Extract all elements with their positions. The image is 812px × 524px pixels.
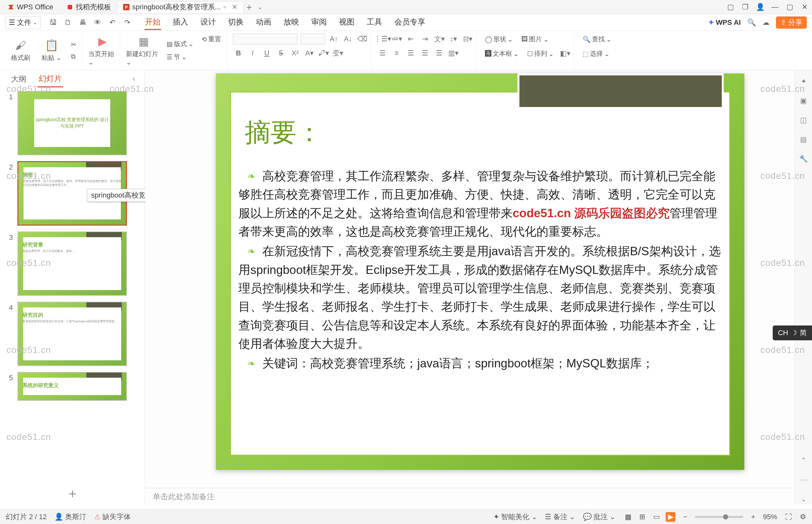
style-icon[interactable]: ▣ (798, 95, 809, 107)
missing-font[interactable]: ⚠缺失字体 (94, 512, 131, 522)
wps-ai-button[interactable]: ✦ WPS AI (708, 18, 741, 27)
find-button[interactable]: 🔍查找 ⌄ (580, 33, 614, 45)
indent-right-icon[interactable]: ⇥ (419, 33, 430, 45)
thumb-row-5[interactable]: 5 系统的研究意义 (4, 372, 140, 401)
sorter-view-icon[interactable]: ⊞ (637, 512, 647, 522)
tab-dropdown-icon[interactable]: ⌄ (254, 3, 266, 11)
slide-body[interactable]: 高校竞赛管理，其工作流程繁杂、多样、管理复杂与设备维护繁琐。而计算机已完全能够胜… (238, 167, 725, 374)
close-window-button[interactable]: ✕ (797, 3, 812, 11)
bold-icon[interactable]: B (233, 48, 244, 59)
distribute-icon[interactable]: ☰ (434, 48, 445, 59)
new-tab-button[interactable]: ＋ (244, 1, 254, 13)
copy-button[interactable]: ⧉ (68, 52, 79, 62)
app-tab-wps[interactable]: WPS Office (2, 1, 59, 13)
close-tab-icon[interactable]: ✕ (232, 3, 237, 11)
italic-icon[interactable]: I (247, 48, 258, 59)
author-info[interactable]: 👤奥斯汀 (54, 512, 86, 522)
tab-start[interactable]: 开始 (144, 15, 161, 30)
preview-icon[interactable]: 👁 (94, 18, 102, 27)
zoom-knob[interactable] (723, 514, 728, 520)
thumbnail[interactable]: 研究背景 高校竞赛管理，其工作流程繁杂、多样… (17, 231, 127, 296)
search-icon[interactable]: 🔍 (747, 18, 756, 27)
expand-down-icon[interactable]: ⌄ (798, 494, 809, 505)
document-tab[interactable]: P springboot高校竞赛管理系... ▫ ✕ (117, 1, 244, 13)
section-button[interactable]: ☰节 ⌄ (164, 52, 196, 63)
highlight-icon[interactable]: 🖍▾ (318, 48, 329, 59)
underline-icon[interactable]: U (261, 48, 272, 59)
align-center-icon[interactable]: ≡ (391, 48, 402, 59)
tab-view[interactable]: 视图 (338, 15, 355, 30)
ime-indicator[interactable]: CH ☽ 简 (773, 326, 812, 340)
fit-screen-icon[interactable]: ⛶ (785, 513, 792, 521)
fill-color-icon[interactable]: ◧▾ (560, 48, 571, 59)
format-painter-button[interactable]: 🖌 格式刷 (6, 39, 35, 62)
minimize-button[interactable]: — (767, 3, 782, 11)
ai-sparkle-icon[interactable]: ✦ (798, 76, 809, 87)
tab-transition[interactable]: 切换 (228, 15, 244, 30)
font-size-input[interactable] (301, 33, 325, 45)
clear-format-icon[interactable]: ⌫ (357, 33, 368, 45)
zoom-out-button[interactable]: − (683, 513, 687, 521)
thumb-row-1[interactable]: 1 springboot高校 竞赛管理系统的 设计与实现 PPT (4, 91, 140, 155)
tab-animation[interactable]: 动画 (255, 15, 272, 30)
thumb-row-4[interactable]: 4 研究目的 本系统的研究目标是设计并实现一个基于springboot的高校竞赛… (4, 301, 140, 366)
notes-toggle[interactable]: ☰备注 ⌄ (545, 512, 575, 522)
collapse-panel-icon[interactable]: ‹ (133, 75, 135, 83)
expand-up-icon[interactable]: ⌃ (798, 455, 809, 466)
cloud-upload-icon[interactable]: ☁ (762, 18, 769, 27)
thumbnail[interactable]: springboot高校 竞赛管理系统的 设计与实现 PPT (17, 91, 127, 155)
normal-view-icon[interactable]: ▦ (623, 512, 633, 522)
line-spacing-icon[interactable]: ↕▾ (448, 33, 459, 45)
slide[interactable]: 摘要： 高校竞赛管理，其工作流程繁杂、多样、管理复杂与设备维护繁琐。而计算机已完… (216, 73, 744, 470)
more-icon[interactable]: ⋯ (798, 474, 809, 485)
columns-icon[interactable]: ▥▾ (448, 48, 459, 59)
tool-icon[interactable]: 🔧 (798, 153, 809, 164)
avatar-icon[interactable]: 👤 (753, 3, 767, 11)
shape-button[interactable]: ◯形状 ⌄ (482, 33, 516, 45)
thumbnail[interactable]: 系统的研究意义 (17, 372, 127, 401)
align-right-icon[interactable]: ☰ (405, 48, 416, 59)
zoom-slider[interactable] (695, 516, 743, 518)
indent-left-icon[interactable]: ⇤ (405, 33, 416, 45)
font-family-input[interactable] (233, 33, 297, 45)
align-left-icon[interactable]: ☰ (377, 48, 388, 59)
maximize-button[interactable]: ▢ (782, 3, 797, 11)
tab-design[interactable]: 设计 (200, 15, 217, 30)
tab-review[interactable]: 审阅 (311, 15, 327, 30)
new-slide-button[interactable]: ▦ 新建幻灯片 ⌄ (126, 35, 162, 66)
arrange-button[interactable]: ☐排列 ⌄ (525, 48, 557, 59)
thumbnail[interactable]: 研究目的 本系统的研究目标是设计并实现一个基于springboot的高校竞赛管理… (17, 301, 127, 366)
reading-view-icon[interactable]: ▭ (651, 512, 661, 522)
slide-title[interactable]: 摘要： (245, 115, 322, 150)
decrease-font-icon[interactable]: A↓ (343, 33, 353, 45)
tab-member[interactable]: 会员专享 (394, 15, 426, 30)
save-icon[interactable]: 🖫 (49, 18, 57, 27)
from-current-button[interactable]: ▶ 当页开始 ⌄ (88, 35, 117, 66)
outline-tab[interactable]: 大纲 (10, 71, 28, 87)
cube-icon[interactable]: ❒ (738, 3, 753, 11)
undo-icon[interactable]: ↶ (108, 18, 117, 27)
slideshow-view-icon[interactable]: ▶ (666, 512, 675, 522)
share-button[interactable]: ⇪ 分享 (776, 16, 807, 29)
object-icon[interactable]: ◫ (798, 115, 809, 126)
layout-button[interactable]: ▤版式 ⌄ (164, 38, 196, 50)
increase-font-icon[interactable]: A↑ (328, 33, 339, 45)
zoom-value[interactable]: 95% (763, 513, 777, 521)
print-icon[interactable]: 🖶 (79, 18, 87, 27)
comments-toggle[interactable]: 💬批注 ⌄ (583, 512, 615, 522)
notes-bar[interactable]: 单击此处添加备注 (145, 488, 795, 505)
align-text-icon[interactable]: ⊟▾ (462, 33, 473, 45)
canvas-scroll[interactable]: 摘要： 高校竞赛管理，其工作流程繁杂、多样、管理复杂与设备维护繁琐。而计算机已完… (145, 70, 795, 488)
file-menu[interactable]: ☰ 文件 ⌄ (5, 16, 40, 29)
paste-button[interactable]: 📋 粘贴 ⌄ (37, 39, 66, 62)
redo-icon[interactable]: ↷ (123, 18, 131, 27)
picture-button[interactable]: 🖼图片 ⌄ (519, 33, 551, 45)
superscript-icon[interactable]: X² (290, 48, 301, 59)
slides-tab[interactable]: 幻灯片 (37, 71, 63, 87)
text-direction-icon[interactable]: 文▾ (434, 33, 445, 45)
settings-icon[interactable]: ⚙ (800, 513, 806, 521)
cut-button[interactable]: ✂ (68, 39, 79, 50)
chart-icon[interactable]: ▤ (798, 134, 809, 145)
tab-tools[interactable]: 工具 (366, 15, 383, 30)
select-button[interactable]: ⬚选择 ⌄ (580, 48, 612, 59)
